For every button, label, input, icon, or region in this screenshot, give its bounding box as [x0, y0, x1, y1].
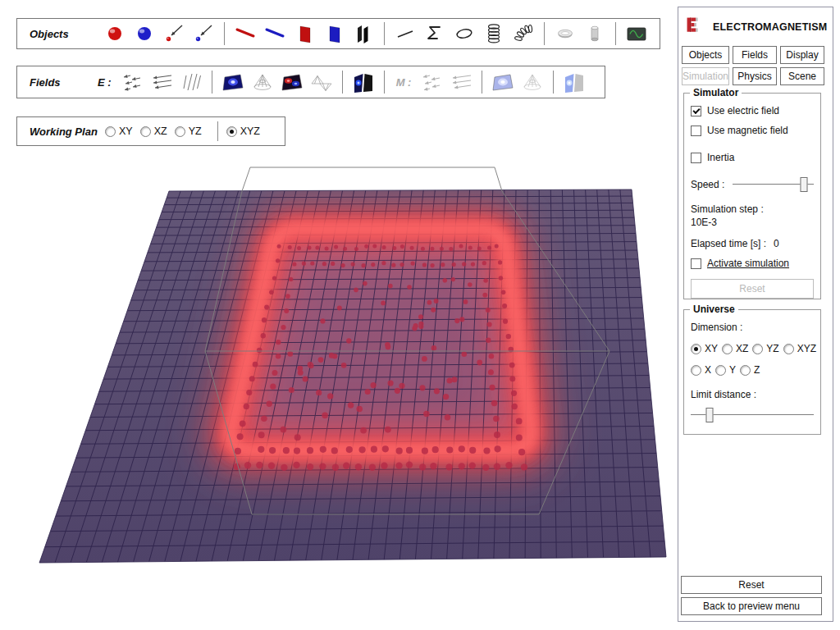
- radio-z[interactable]: Z: [740, 364, 760, 376]
- m-uniform-field-arrows-icon: [449, 70, 473, 94]
- working-plan-panel: Working Plan XYXZYZXYZ: [16, 116, 285, 146]
- speed-label: Speed :: [691, 179, 724, 190]
- checkbox-box: [691, 106, 701, 116]
- ring-magnet-icon[interactable]: [553, 21, 578, 46]
- checkbox-activate-simulation[interactable]: Activate simulation: [691, 258, 814, 269]
- current-loop-icon[interactable]: [452, 21, 477, 46]
- radio-xz[interactable]: XZ: [140, 126, 167, 137]
- blue-line-icon[interactable]: [262, 21, 287, 46]
- potential-surface-bipolar-icon[interactable]: [309, 70, 334, 94]
- radio-label: YZ: [766, 343, 778, 354]
- potential-plane-blue-icon[interactable]: [221, 70, 245, 94]
- radio-label: XZ: [736, 343, 748, 354]
- limit-distance-label: Limit distance :: [691, 389, 814, 400]
- checkbox-label: Use electric field: [707, 105, 779, 116]
- elapsed-time-label: Elapsed time [s] :: [691, 238, 766, 249]
- wire-segment-icon[interactable]: [393, 21, 418, 46]
- sidebar-footer: Reset Back to preview menu: [681, 573, 822, 615]
- radio-circle: [740, 365, 751, 376]
- toolbar-separator: [212, 71, 212, 94]
- toolbar-separator: [544, 22, 545, 45]
- bent-wire-icon[interactable]: [422, 21, 447, 46]
- dimension-radio-row-2: XYZ: [691, 364, 814, 376]
- radio-label: Y: [729, 364, 736, 376]
- cylinder-magnet-icon[interactable]: [582, 21, 607, 46]
- checkbox-label: Use magnetic field: [707, 125, 788, 136]
- checkbox-use-magnetic-field[interactable]: Use magnetic field: [691, 125, 814, 136]
- radio-xy[interactable]: XY: [105, 126, 133, 137]
- red-particle-velocity-icon[interactable]: [162, 21, 186, 46]
- potential-surface-3d-icon[interactable]: [250, 70, 275, 94]
- radio-yz[interactable]: YZ: [175, 126, 202, 137]
- fields-toolbar-label: Fields: [30, 76, 71, 89]
- dimension-label: Dimension :: [691, 322, 814, 333]
- app-header: ELECTROMAGNETISM: [685, 16, 828, 38]
- field-lines-icon[interactable]: [179, 70, 203, 94]
- potential-plane-redblue-icon[interactable]: [280, 70, 304, 94]
- objects-toolbar-label: Objects: [30, 28, 77, 40]
- radio-circle: [783, 344, 794, 354]
- radio-xyz[interactable]: XYZ: [783, 343, 816, 354]
- vector-field-arrows-icon[interactable]: [120, 70, 144, 94]
- blue-sphere-icon[interactable]: [132, 21, 157, 46]
- toolbar-separator: [384, 71, 385, 94]
- app-title: ELECTROMAGNETISM: [713, 21, 827, 33]
- toolbar-separator: [615, 22, 616, 45]
- speed-slider-thumb[interactable]: [801, 177, 808, 192]
- m-plane-split-icon: [562, 70, 587, 94]
- radio-xz[interactable]: XZ: [722, 343, 748, 354]
- toolbar-sublabel: E :: [98, 76, 112, 89]
- nav-button-objects[interactable]: Objects: [682, 46, 729, 64]
- magnet-e-logo-icon: [685, 16, 705, 38]
- radio-circle: [715, 365, 726, 376]
- simulator-groupbox: Simulator Use electric field Use magneti…: [683, 93, 821, 299]
- radio-yz[interactable]: YZ: [752, 343, 778, 354]
- checkbox-inertia[interactable]: Inertia: [691, 152, 814, 163]
- blue-plane-icon[interactable]: [322, 21, 346, 46]
- radio-circle: [226, 126, 237, 137]
- radio-label: YZ: [189, 126, 202, 137]
- radio-label: XY: [705, 343, 718, 354]
- red-sphere-icon[interactable]: [103, 21, 127, 46]
- radio-label: Z: [754, 364, 760, 376]
- simulation-step-label: Simulation step :: [691, 203, 814, 215]
- nav-button-display[interactable]: Display: [780, 46, 824, 64]
- red-line-icon[interactable]: [233, 21, 258, 46]
- radio-label: XZ: [154, 126, 167, 137]
- blue-particle-velocity-icon[interactable]: [191, 21, 216, 46]
- capacitor-planes-icon[interactable]: [351, 21, 376, 46]
- back-to-preview-menu-button[interactable]: Back to preview menu: [681, 597, 822, 615]
- control-sidebar: ELECTROMAGNETISM ObjectsFieldsDisplaySim…: [678, 7, 833, 622]
- nav-button-fields[interactable]: Fields: [733, 46, 777, 64]
- fields-toolbar-items: E :M :: [92, 70, 589, 94]
- m-vector-field-arrows-icon: [419, 70, 444, 94]
- radio-y[interactable]: Y: [715, 364, 736, 376]
- oscilloscope-icon[interactable]: [624, 21, 649, 46]
- radio-xy[interactable]: XY: [691, 343, 718, 354]
- red-plane-icon[interactable]: [292, 21, 317, 46]
- nav-button-physics[interactable]: Physics: [733, 67, 777, 85]
- radio-circle: [722, 344, 733, 354]
- radio-circle: [691, 365, 701, 376]
- dimension-radio-row-1: XYXZYZXYZ: [691, 343, 814, 354]
- radio-separator: [217, 121, 218, 141]
- objects-toolbar: Objects: [16, 18, 660, 49]
- radio-xyz[interactable]: XYZ: [226, 126, 260, 137]
- speed-slider[interactable]: [733, 176, 814, 193]
- uniform-field-arrows-icon[interactable]: [149, 70, 174, 94]
- nav-button-scene[interactable]: Scene: [780, 67, 824, 85]
- checkbox-use-electric-field[interactable]: Use electric field: [691, 105, 814, 116]
- limit-distance-slider-thumb[interactable]: [705, 408, 713, 422]
- solenoid-icon[interactable]: [482, 21, 506, 46]
- reset-button[interactable]: Reset: [681, 576, 822, 594]
- toolbar-separator: [342, 71, 343, 94]
- nav-button-simulation[interactable]: Simulation: [682, 67, 729, 85]
- toroid-icon[interactable]: [511, 21, 536, 46]
- limit-distance-slider[interactable]: [691, 407, 814, 423]
- simulator-reset-button[interactable]: Reset: [691, 279, 814, 299]
- plane-split-blue-black-icon[interactable]: [351, 70, 376, 94]
- checkbox-label: Inertia: [707, 152, 734, 163]
- radio-x[interactable]: X: [691, 364, 711, 376]
- radio-label: X: [705, 364, 711, 376]
- working-plan-radio-group: XYXZYZXYZ: [105, 121, 267, 141]
